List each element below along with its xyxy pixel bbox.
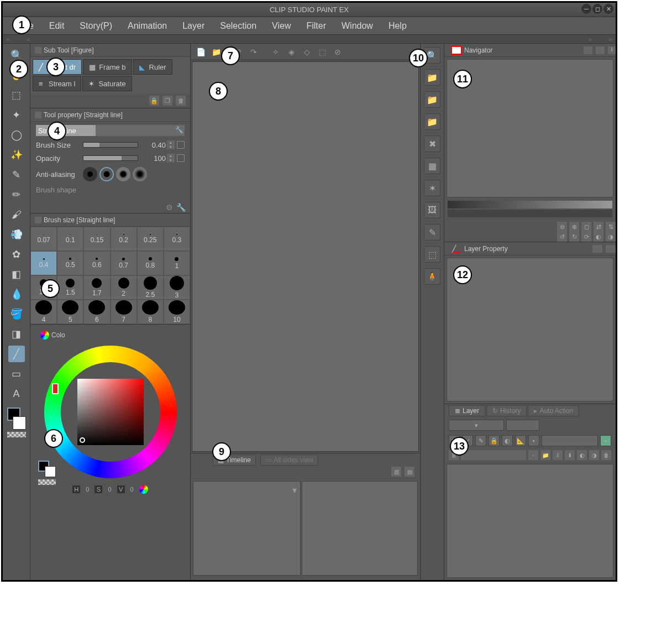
menu-animation[interactable]: Animation xyxy=(128,21,167,31)
timeline-btn1[interactable]: ▥ xyxy=(391,467,401,477)
history-tab[interactable]: ↻History xyxy=(486,405,527,416)
fit-icon[interactable]: ◻ xyxy=(581,222,591,232)
menu-selection[interactable]: Selection xyxy=(220,21,256,31)
zoom-slider[interactable] xyxy=(448,201,612,208)
auto-action-tab[interactable]: ▸Auto Action xyxy=(528,405,579,416)
background-color[interactable] xyxy=(13,416,26,430)
lp-tab3[interactable] xyxy=(606,245,616,253)
merge-icon[interactable]: ⬇ xyxy=(565,450,575,460)
aa-weak[interactable] xyxy=(99,167,114,181)
brush-size-cell[interactable]: 2 xyxy=(111,275,137,300)
opacity-dynamics[interactable] xyxy=(177,154,185,162)
brush-size-cell[interactable]: 4 xyxy=(30,300,57,324)
transparent-color[interactable] xyxy=(7,432,26,437)
opacity-down[interactable]: ▾ xyxy=(167,158,175,163)
material-image-icon[interactable]: 🖼 xyxy=(424,202,440,218)
maximize-button[interactable]: ◻ xyxy=(592,4,602,14)
layer-draft-icon[interactable]: ✎ xyxy=(475,435,486,446)
close-button[interactable]: ✕ xyxy=(603,4,613,14)
brush-size-cell[interactable]: 1 xyxy=(164,251,190,275)
opacity-slider[interactable] xyxy=(83,155,138,161)
brush-size-cell[interactable]: 0.15 xyxy=(83,227,110,251)
tool-lasso[interactable]: ◯ xyxy=(8,127,25,143)
tool-move[interactable]: ⬚ xyxy=(8,87,25,103)
menu-edit[interactable]: Edit xyxy=(49,21,65,31)
subtool-frame-border[interactable]: ▦Frame b xyxy=(83,59,132,75)
aa-none[interactable] xyxy=(83,167,97,181)
brushsize-up[interactable]: ▴ xyxy=(167,140,175,145)
crop-icon[interactable]: ⊘ xyxy=(331,45,344,59)
select-all-icon[interactable]: ◈ xyxy=(285,45,298,59)
subtool-lock-icon[interactable]: 🔒 xyxy=(149,96,159,106)
color-wheel[interactable] xyxy=(44,346,177,478)
brush-size-cell[interactable]: 0.07 xyxy=(30,227,57,251)
brush-size-cell[interactable]: 6 xyxy=(83,300,110,324)
timeline-btn2[interactable]: ▤ xyxy=(405,467,414,477)
layer-ruler-icon[interactable]: 📐 xyxy=(515,435,526,446)
brush-size-cell[interactable]: 0.3 xyxy=(164,227,190,251)
tool-frame[interactable]: ▭ xyxy=(8,365,25,382)
material-burst-icon[interactable]: ✶ xyxy=(424,180,440,196)
layer-mask-icon[interactable]: ◐ xyxy=(502,435,513,446)
brush-size-cell[interactable]: 1.7 xyxy=(83,275,110,300)
layer-color-icon[interactable]: ▪ xyxy=(528,435,539,446)
zoom-in-icon[interactable]: ⊕ xyxy=(569,222,579,232)
subtool-stream-line[interactable]: ≡Stream l xyxy=(33,76,81,91)
timeline-tracklist[interactable]: ▾ xyxy=(193,481,301,576)
tool-wand[interactable]: ✨ xyxy=(8,147,25,163)
delete-layer-icon[interactable]: 🗑 xyxy=(601,450,611,460)
nav-btn4[interactable]: ◐ xyxy=(594,232,603,242)
collapse-left-icon[interactable]: « xyxy=(6,35,10,43)
brushsize-dynamics[interactable] xyxy=(177,141,185,149)
chevron-down-icon[interactable]: ▾ xyxy=(292,485,297,495)
tool-airbrush[interactable]: 💨 xyxy=(8,226,25,243)
collapse-right2-icon[interactable]: » xyxy=(589,35,592,43)
brush-size-cell[interactable]: 0.1 xyxy=(57,227,83,251)
tool-pen[interactable]: ✎ xyxy=(8,166,25,183)
tool-fill[interactable]: 🪣 xyxy=(8,306,25,322)
timeline-frames[interactable] xyxy=(302,481,418,576)
color-transparent-swatch[interactable] xyxy=(38,479,56,485)
material-3d-icon[interactable]: ⬚ xyxy=(424,246,440,263)
color-bg-swatch[interactable] xyxy=(45,466,56,477)
tool-figure[interactable]: ╱ xyxy=(8,346,25,362)
menu-layer[interactable]: Layer xyxy=(182,21,204,31)
subtool-copy-icon[interactable]: ❐ xyxy=(162,96,172,106)
menu-window[interactable]: Window xyxy=(342,21,373,31)
material-effect-icon[interactable]: ✖ xyxy=(424,135,440,152)
menu-help[interactable]: Help xyxy=(389,21,407,31)
tool-text[interactable]: A xyxy=(8,385,25,402)
canvas[interactable] xyxy=(192,61,419,452)
toolprop-gear-icon[interactable]: ⚙ xyxy=(166,203,173,212)
new-file-icon[interactable]: 📄 xyxy=(194,45,207,59)
redo-icon[interactable]: ↷ xyxy=(247,45,260,59)
reset-rot-icon[interactable]: ⟳ xyxy=(581,232,591,242)
brush-size-cell[interactable]: 0.8 xyxy=(137,251,164,275)
rotate-slider[interactable] xyxy=(448,210,612,217)
tool-decoration[interactable]: ✿ xyxy=(8,246,25,263)
opacity-up[interactable]: ▴ xyxy=(167,154,175,158)
wrench-icon[interactable]: 🔧 xyxy=(175,126,183,134)
brush-size-cell[interactable]: 7 xyxy=(111,300,137,324)
nav-tab3-icon[interactable] xyxy=(596,46,605,54)
material-edit-icon[interactable]: ✎ xyxy=(424,224,440,241)
color-menu-icon[interactable] xyxy=(139,485,148,494)
deselect-icon[interactable]: ◇ xyxy=(300,45,313,59)
apply-mask-icon[interactable]: ◑ xyxy=(589,450,599,460)
material-pose-icon[interactable]: 🧍 xyxy=(424,268,440,285)
color-swatches[interactable] xyxy=(7,408,26,437)
collapse-left2-icon[interactable]: « xyxy=(27,35,30,43)
new-layer-icon[interactable]: ▫ xyxy=(528,450,538,460)
zoom-out-icon[interactable]: ⊖ xyxy=(557,222,567,232)
menu-story[interactable]: Story(P) xyxy=(80,21,112,31)
tool-pencil[interactable]: ✏ xyxy=(8,186,25,203)
clear-icon[interactable]: ✧ xyxy=(269,45,282,59)
brush-size-cell[interactable]: 0.25 xyxy=(137,227,164,251)
brush-size-cell[interactable]: 0.5 xyxy=(57,251,83,275)
brushsize-value[interactable]: 0.40 xyxy=(144,141,166,149)
flip-v-icon[interactable]: ⇅ xyxy=(606,222,616,232)
tool-brush[interactable]: 🖌 xyxy=(8,206,25,223)
nav-btn5[interactable]: ◑ xyxy=(606,232,616,242)
new-folder-icon[interactable]: 📁 xyxy=(540,450,550,460)
rotate-cw-icon[interactable]: ↻ xyxy=(569,232,579,242)
